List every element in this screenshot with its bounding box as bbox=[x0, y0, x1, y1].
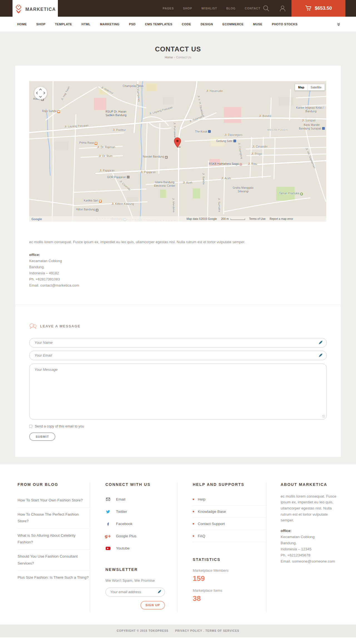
help-link[interactable]: Help bbox=[193, 493, 266, 506]
chat-bubbles-icon bbox=[29, 323, 37, 329]
tag-logo-icon bbox=[14, 5, 23, 14]
page-title: CONTACT US bbox=[0, 31, 356, 53]
social-label: Facebook bbox=[116, 522, 132, 526]
map-pan-control[interactable] bbox=[34, 87, 47, 100]
map-label: Jl. Sulanjana bbox=[189, 114, 205, 123]
social-link[interactable]: Facebook bbox=[105, 518, 177, 530]
social-link[interactable]: ▶ Youtube bbox=[105, 542, 177, 555]
social-link[interactable]: Twitter bbox=[105, 506, 177, 518]
social-label: Google Plus bbox=[116, 534, 137, 538]
email-field-wrap bbox=[29, 351, 327, 360]
mainnav-item[interactable]: HTML bbox=[81, 23, 90, 26]
mainnav-item[interactable]: MARKETING bbox=[100, 23, 119, 26]
map-label: Raja SundaΨ bbox=[42, 110, 60, 113]
resize-handle[interactable] bbox=[322, 415, 325, 418]
members-value: 159 bbox=[193, 574, 266, 583]
send-copy-checkbox[interactable] bbox=[29, 425, 32, 428]
report-map-error-link[interactable]: Report a map error bbox=[270, 217, 293, 220]
map-label: Novotel Bandung⌂ bbox=[143, 155, 168, 159]
legal-links: PRIVACY POLICY . TERMS OF SERVICES bbox=[175, 629, 239, 632]
help-link[interactable]: Contact Support bbox=[193, 518, 266, 530]
google-map[interactable]: Champelas WalkJl. HasanudinJl. Ir. H. Dj… bbox=[29, 81, 326, 222]
brand-logo[interactable]: MARKETICA bbox=[13, 0, 58, 19]
pen-icon bbox=[318, 353, 323, 357]
search-icon[interactable] bbox=[263, 5, 270, 12]
map-view-button[interactable]: Map bbox=[295, 84, 307, 91]
email-input[interactable] bbox=[29, 351, 327, 360]
footer: FROM OUR BLOG How To Start Your Own Fash… bbox=[0, 464, 356, 625]
mainnav-item[interactable]: MUSE bbox=[253, 23, 262, 26]
content-card: Champelas WalkJl. HasanudinJl. Ir. H. Dj… bbox=[15, 66, 341, 457]
facebook-icon bbox=[105, 522, 110, 526]
top-nav-link[interactable]: SHOP bbox=[183, 7, 192, 10]
blog-post-link[interactable]: How To Start Your Own Fashion Store? bbox=[18, 493, 90, 508]
hospital-poi-icon: + bbox=[239, 163, 242, 166]
mainnav-item[interactable]: ECOMMERCE bbox=[222, 23, 244, 26]
map-label: Prima RasaΨ bbox=[79, 141, 97, 145]
chevron-down-icon[interactable] bbox=[337, 23, 340, 26]
satellite-view-button[interactable]: Satellite bbox=[307, 84, 325, 91]
name-input[interactable] bbox=[29, 338, 327, 347]
top-nav-link[interactable]: PAGES bbox=[163, 7, 174, 10]
mainnav-item[interactable]: CMS TEMPLATES bbox=[145, 23, 172, 26]
mainnav-item[interactable]: HOME bbox=[17, 23, 27, 26]
privacy-policy-link[interactable]: PRIVACY POLICY bbox=[175, 629, 202, 632]
pan-right-icon[interactable] bbox=[43, 92, 45, 95]
map-label: Jl. Hasanudin bbox=[206, 89, 223, 93]
blog-post-link[interactable]: What is So Alluring About Celebrity Fash… bbox=[18, 529, 90, 550]
gray-poi-icon bbox=[127, 176, 130, 178]
mainnav-item[interactable]: PHOTO STOCKS bbox=[272, 23, 297, 26]
bullet-icon bbox=[193, 523, 194, 524]
pan-up-icon[interactable] bbox=[39, 89, 42, 91]
message-textarea[interactable] bbox=[29, 364, 327, 420]
signup-button[interactable]: SIGN UP bbox=[140, 601, 165, 610]
help-link[interactable]: Knowladge Base bbox=[193, 506, 266, 518]
send-copy-row: Send a copy of this email to you bbox=[29, 424, 327, 428]
blog-post-link[interactable]: Should You Use Fashion Consultant Servic… bbox=[18, 549, 90, 571]
google-logo: Google bbox=[31, 217, 42, 221]
map-label: Jl. Haji Yasin bbox=[60, 86, 71, 101]
cart-button[interactable]: $653.50 bbox=[291, 0, 345, 17]
help-link[interactable]: FAQ bbox=[193, 530, 266, 542]
about-office-line: Indonesia – 12345 bbox=[281, 546, 339, 552]
mainnav-item[interactable]: SHOP bbox=[36, 23, 46, 26]
cart-total: $653.50 bbox=[315, 6, 332, 11]
gplus-icon: g+ bbox=[105, 534, 110, 539]
connect-heading: CONNECT WITH US bbox=[105, 482, 177, 487]
map-label: Jl. Progo bbox=[251, 152, 262, 156]
social-label: Twitter bbox=[116, 509, 127, 514]
social-link[interactable]: Email bbox=[105, 493, 177, 506]
breadcrumb-home-link[interactable]: Home bbox=[165, 56, 173, 59]
blog-post-link[interactable]: Plus Size Fashion: Is There Such a Thing… bbox=[18, 571, 90, 585]
scale-bar bbox=[231, 218, 245, 220]
top-nav-link[interactable]: CONTACT bbox=[245, 7, 260, 10]
about-office-line: Email. someone@someone.com bbox=[281, 558, 339, 565]
social-link[interactable]: g+ Google Plus bbox=[105, 530, 177, 542]
newsletter-email-input[interactable] bbox=[105, 588, 165, 596]
user-account-icon[interactable] bbox=[279, 5, 286, 12]
mainnav-item[interactable]: PSD bbox=[129, 23, 135, 26]
top-nav-link[interactable]: BLOG bbox=[226, 7, 236, 10]
submit-button[interactable]: SUBMIT bbox=[29, 432, 55, 441]
lodging-poi-icon: ⌂ bbox=[165, 156, 168, 159]
terms-of-use-link[interactable]: Terms of Use bbox=[249, 217, 266, 220]
mainnav-item[interactable]: CODE bbox=[182, 23, 191, 26]
map-label: Jl. Sumatra bbox=[217, 198, 221, 212]
map-label: The Kiosk bbox=[195, 130, 211, 134]
lodging-poi-icon: ⌂ bbox=[96, 209, 98, 212]
pan-left-icon[interactable] bbox=[36, 92, 39, 95]
map-label: GOR Pajajaran bbox=[107, 176, 130, 179]
map-label: Jl. Layang Pasupati bbox=[149, 106, 173, 116]
office-address-line: Kecamatan Coblong bbox=[29, 258, 327, 264]
footer-blog-column: FROM OUR BLOG How To Start Your Own Fash… bbox=[18, 482, 90, 613]
blog-post-link[interactable]: How To Choose The Perfect Fashion Store? bbox=[18, 508, 90, 529]
mainnav-item[interactable]: DESIGN bbox=[201, 23, 213, 26]
mainnav-item[interactable]: TEMPLATE bbox=[55, 23, 72, 26]
map-marker-pin[interactable] bbox=[174, 137, 181, 148]
map-label: Kantor Imigrasi Kelas I - Bandung bbox=[296, 106, 326, 113]
top-nav-link[interactable]: WISHLIST bbox=[201, 7, 217, 10]
map-label: Gedung Sate bbox=[216, 140, 236, 143]
terms-of-services-link[interactable]: TERMS OF SERVICES bbox=[205, 629, 239, 632]
twitter-icon bbox=[105, 510, 110, 514]
pan-down-icon[interactable] bbox=[39, 95, 42, 98]
